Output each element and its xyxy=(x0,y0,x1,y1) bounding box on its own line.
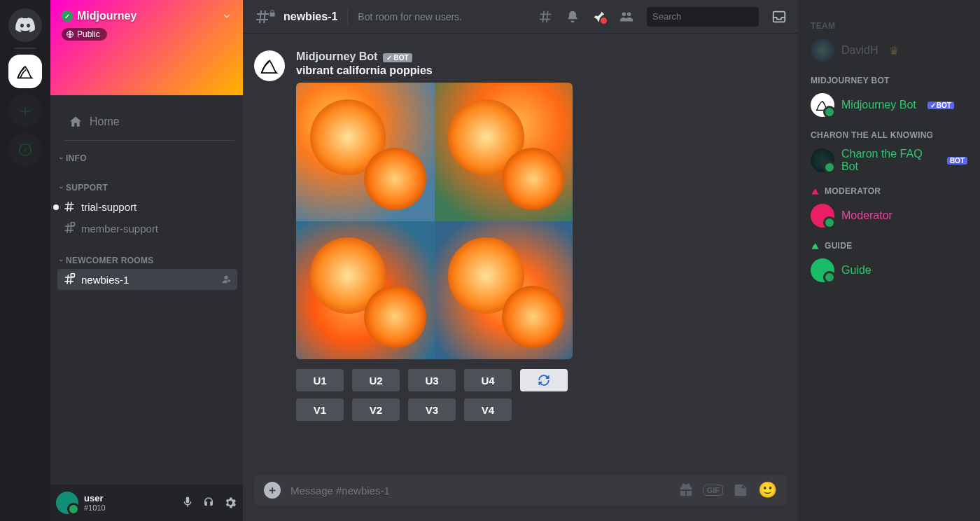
channel-title: newbies-1 xyxy=(284,11,337,23)
gift-icon[interactable] xyxy=(678,482,694,498)
channel-topic[interactable]: Bot room for new users. xyxy=(358,11,462,22)
channel-label: trial-support xyxy=(81,201,136,213)
role-header-guide: GUIDE xyxy=(811,241,967,251)
server-midjourney-button[interactable] xyxy=(8,55,42,88)
message-author-avatar[interactable] xyxy=(254,50,285,81)
image-quadrant-2 xyxy=(435,83,573,221)
self-avatar[interactable] xyxy=(56,492,78,514)
channel-label: newbies-1 xyxy=(81,274,129,286)
unread-pip xyxy=(53,204,59,210)
chevron-down-icon xyxy=(222,11,232,21)
role-header-team: TEAM xyxy=(811,21,967,31)
mute-mic-button[interactable] xyxy=(181,496,194,510)
svg-rect-3 xyxy=(71,274,74,277)
member-name: Moderator xyxy=(841,209,892,222)
notifications-icon[interactable] xyxy=(566,10,580,24)
sidebar-divider xyxy=(64,140,234,141)
member-davidh[interactable]: DavidH ♛ xyxy=(805,35,973,66)
rail-divider xyxy=(14,48,36,49)
role-header-charon: CHARON THE ALL KNOWING xyxy=(811,130,967,140)
self-discriminator: #1010 xyxy=(84,503,106,512)
sticker-picker-button[interactable] xyxy=(733,482,748,498)
member-midjourney-bot[interactable]: Midjourney Bot ✓ BOT xyxy=(805,90,973,120)
variation-2-button[interactable]: V2 xyxy=(352,398,400,421)
variation-4-button[interactable]: V4 xyxy=(464,398,512,421)
threads-icon[interactable] xyxy=(538,9,553,25)
create-invite-icon[interactable] xyxy=(220,274,232,285)
upscale-4-button[interactable]: U4 xyxy=(464,369,512,391)
channel-trial-support[interactable]: trial-support xyxy=(57,196,237,217)
avatar xyxy=(811,148,834,172)
pinned-messages-icon[interactable] xyxy=(592,10,606,24)
deafen-button[interactable] xyxy=(202,496,215,510)
hash-icon xyxy=(63,200,76,213)
add-server-button[interactable]: ＋ xyxy=(8,94,42,127)
member-name: Charon the FAQ Bot xyxy=(841,148,936,173)
user-settings-button[interactable] xyxy=(223,496,237,510)
hash-lock-icon xyxy=(63,273,76,286)
user-panel: user #1010 xyxy=(50,485,243,521)
message-input[interactable] xyxy=(290,485,668,496)
member-guide[interactable]: Guide xyxy=(805,255,973,286)
discord-home-button[interactable] xyxy=(8,8,42,42)
channel-newbies-1[interactable]: newbies-1 xyxy=(57,269,237,290)
channel-label: member-support xyxy=(81,223,158,235)
avatar xyxy=(811,93,834,117)
message-prompt-text: vibrant california poppies xyxy=(296,64,573,77)
upscale-3-button[interactable]: U3 xyxy=(408,369,456,391)
reroll-button[interactable] xyxy=(520,369,568,391)
gif-picker-button[interactable]: GIF xyxy=(704,485,723,496)
member-name: DavidH xyxy=(841,44,878,57)
avatar xyxy=(811,204,834,228)
variation-1-button[interactable]: V1 xyxy=(296,398,344,421)
search-input[interactable] xyxy=(652,11,770,22)
sidebar-home-button[interactable]: Home xyxy=(63,111,236,133)
member-moderator[interactable]: Moderator xyxy=(805,200,973,231)
public-tag: Public xyxy=(62,28,107,41)
member-name: Guide xyxy=(841,264,872,277)
svg-rect-2 xyxy=(71,223,74,226)
inbox-icon[interactable] xyxy=(771,9,787,25)
generated-image-grid[interactable] xyxy=(296,83,573,359)
avatar xyxy=(811,258,834,282)
bot-badge: BOT xyxy=(947,157,967,165)
server-name: Midjourney xyxy=(77,10,136,22)
member-name: Midjourney Bot xyxy=(841,99,916,111)
public-label: Public xyxy=(77,29,100,39)
server-banner: ✓ Midjourney Public xyxy=(50,0,243,95)
upscale-1-button[interactable]: U1 xyxy=(296,369,344,391)
category-info[interactable]: INFO xyxy=(56,149,243,166)
sidebar-home-label: Home xyxy=(90,116,120,128)
emoji-picker-button[interactable]: 🙂 xyxy=(758,481,777,499)
bot-badge: ✓ BOT xyxy=(927,102,954,109)
image-quadrant-4 xyxy=(435,221,573,360)
server-owner-icon: ♛ xyxy=(889,44,899,57)
member-charon[interactable]: Charon the FAQ Bot BOT xyxy=(805,144,973,176)
avatar xyxy=(811,39,834,62)
hash-lock-icon xyxy=(63,222,76,235)
self-username: user xyxy=(84,494,106,503)
upscale-2-button[interactable]: U2 xyxy=(352,369,400,391)
bot-tag: ✓ BOT xyxy=(383,53,412,62)
role-header-mjbot: MIDJOURNEY BOT xyxy=(811,76,967,85)
role-header-moderator: MODERATOR xyxy=(811,186,967,196)
verified-icon: ✓ xyxy=(62,11,73,22)
channel-member-support[interactable]: member-support xyxy=(57,218,237,239)
message-author[interactable]: Midjourney Bot xyxy=(296,50,377,63)
variation-3-button[interactable]: V3 xyxy=(408,398,456,421)
separator xyxy=(347,9,348,25)
search-box[interactable] xyxy=(647,7,759,27)
image-quadrant-3 xyxy=(296,221,435,360)
image-quadrant-1 xyxy=(296,83,435,221)
attach-button[interactable]: ＋ xyxy=(264,482,281,499)
category-newcomer-rooms[interactable]: NEWCOMER ROOMS xyxy=(56,251,243,268)
hash-lock-icon xyxy=(254,8,276,25)
member-list-toggle-icon[interactable] xyxy=(619,9,634,25)
explore-servers-button[interactable] xyxy=(8,133,42,167)
category-support[interactable]: SUPPORT xyxy=(56,179,243,195)
